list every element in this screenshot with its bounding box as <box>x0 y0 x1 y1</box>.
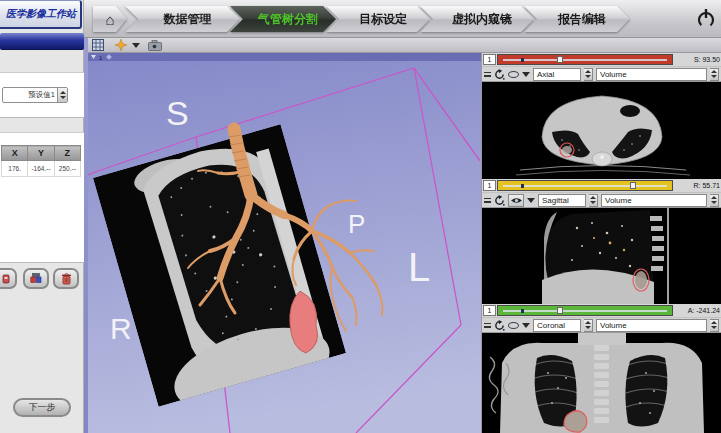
tool-dropdown-icon[interactable] <box>522 72 530 77</box>
visibility-button[interactable] <box>508 194 524 207</box>
layout-grid-icon[interactable] <box>92 39 104 51</box>
mode-stepper[interactable] <box>710 194 719 207</box>
viewport-3d[interactable]: 1 <box>88 53 481 433</box>
sagittal-controls: Sagittal Volume <box>482 192 721 208</box>
tab-label: 气管树分割 <box>258 11 318 28</box>
tool-dropdown-icon[interactable] <box>522 323 530 328</box>
eye-icon <box>510 196 523 205</box>
next-step-button[interactable]: 下一步 <box>13 398 71 417</box>
sagittal-view: 1 R: 55.71 <box>482 179 721 304</box>
preset-card: 预设值1 <box>0 72 84 118</box>
preset-select[interactable]: 预设值1 <box>2 87 68 103</box>
axial-mode-select[interactable]: Volume <box>596 68 707 81</box>
tab-label: 虚拟内窥镜 <box>452 11 512 28</box>
menu-icon[interactable] <box>484 72 491 77</box>
viewport-3d-scene[interactable]: 1 <box>88 53 481 433</box>
coronal-plane-select[interactable]: Coronal <box>533 319 581 332</box>
axial-slider[interactable] <box>497 54 673 65</box>
sagittal-slider[interactable] <box>497 180 673 191</box>
home-icon: ⌂ <box>105 12 114 27</box>
tab-report-editing[interactable]: 报告编辑 <box>524 6 630 32</box>
tab-label: 数据管理 <box>164 11 212 28</box>
mode-value: Volume <box>597 70 706 79</box>
medical-workstation-screen: 医学影像工作站 预设值1 X Y Z 176. -16 <box>0 0 721 433</box>
viewport-header-strip[interactable] <box>88 53 481 61</box>
sagittal-spinbox[interactable]: 1 <box>483 180 496 191</box>
rotate-icon[interactable] <box>494 69 505 80</box>
dropdown-caret-icon[interactable] <box>132 43 140 48</box>
camera-icon[interactable] <box>148 40 162 51</box>
trash-icon <box>61 273 72 285</box>
coronal-image[interactable] <box>482 333 721 433</box>
mode-stepper[interactable] <box>710 319 719 332</box>
tab-airway-segmentation[interactable]: 气管树分割 <box>230 6 336 32</box>
coronal-slider-thumb[interactable] <box>557 307 563 314</box>
slider-groove <box>503 59 667 61</box>
menu-icon[interactable] <box>484 198 491 203</box>
axial-image[interactable] <box>482 82 721 179</box>
rotate-icon[interactable] <box>494 320 505 331</box>
coordinates-card: X Y Z 176. -164.-- 250.-- <box>0 132 84 263</box>
mode-stepper[interactable] <box>710 68 719 81</box>
coronal-spinbox[interactable]: 1 <box>483 305 496 316</box>
axial-view: 1 S: 93.50 Axial <box>482 53 721 179</box>
sagittal-slider-thumb[interactable] <box>630 182 636 189</box>
mode-value: Volume <box>602 196 706 205</box>
stepper-down-icon <box>60 96 66 99</box>
orientation-left: L <box>408 245 430 289</box>
star-icon[interactable] <box>115 39 127 51</box>
table-header-row: X Y Z <box>2 146 81 161</box>
ellipse-tool-icon[interactable] <box>508 322 519 329</box>
menu-icon[interactable] <box>484 323 491 328</box>
tab-virtual-endoscopy[interactable]: 虚拟内窥镜 <box>420 6 534 32</box>
sagittal-ct-slice <box>482 208 721 304</box>
plane-value: Axial <box>534 70 580 79</box>
edit-icon <box>0 273 10 285</box>
coronal-controls: Coronal Volume <box>482 317 721 333</box>
cell-y: -164.-- <box>28 161 54 177</box>
plane-stepper[interactable] <box>589 194 598 207</box>
tab-target-setting[interactable]: 目标设定 <box>326 6 430 32</box>
tab-label: 报告编辑 <box>558 11 606 28</box>
axial-spinbox[interactable]: 1 <box>483 54 496 65</box>
sagittal-mode-select[interactable]: Volume <box>601 194 707 207</box>
slider-marker <box>521 58 524 62</box>
sagittal-slider-row: 1 R: 55.71 <box>482 179 721 192</box>
tab-label: 目标设定 <box>359 11 407 28</box>
coronal-slider-value: A: -241.24 <box>674 307 720 314</box>
orientation-right: R <box>110 312 132 345</box>
cell-z: 250.-- <box>54 161 80 177</box>
coronal-mode-select[interactable]: Volume <box>596 319 707 332</box>
sagittal-slider-value: R: 55.71 <box>674 182 720 189</box>
power-button[interactable] <box>696 7 716 30</box>
tool-dropdown-icon[interactable] <box>527 198 535 203</box>
axial-slider-row: 1 S: 93.50 <box>482 53 721 66</box>
sagittal-plane-select[interactable]: Sagittal <box>538 194 586 207</box>
col-header-x: X <box>2 146 28 161</box>
coordinates-table: X Y Z 176. -164.-- 250.-- <box>1 145 81 177</box>
preset-select-value: 预设值1 <box>3 90 57 100</box>
ellipse-tool-icon[interactable] <box>508 71 519 78</box>
plane-stepper[interactable] <box>584 68 593 81</box>
tab-data-management[interactable]: 数据管理 <box>125 6 240 32</box>
preset-select-stepper[interactable] <box>57 88 67 102</box>
orientation-posterior: P <box>348 209 365 239</box>
table-row[interactable]: 176. -164.-- 250.-- <box>2 161 81 177</box>
delete-button[interactable] <box>53 268 79 289</box>
workstation-title-button[interactable]: 医学影像工作站 <box>0 0 82 29</box>
coronal-slider[interactable] <box>497 305 673 316</box>
axial-plane-select[interactable]: Axial <box>533 68 581 81</box>
slider-marker <box>521 309 524 313</box>
home-tab[interactable]: ⌂ <box>93 6 127 32</box>
axial-slider-thumb[interactable] <box>557 56 563 63</box>
edit-button[interactable] <box>0 268 17 289</box>
plane-stepper[interactable] <box>584 319 593 332</box>
palette-button[interactable] <box>23 268 49 289</box>
col-header-z: Z <box>54 146 80 161</box>
left-sidebar: 医学影像工作站 预设值1 X Y Z 176. -16 <box>0 0 84 433</box>
axial-slider-value: S: 93.50 <box>674 56 720 63</box>
top-navbar: ⌂ 数据管理 气管树分割 目标设定 虚拟内窥镜 报告编辑 <box>84 0 721 38</box>
plane-value: Coronal <box>534 321 580 330</box>
sagittal-image[interactable] <box>482 208 721 304</box>
rotate-icon[interactable] <box>494 195 505 206</box>
